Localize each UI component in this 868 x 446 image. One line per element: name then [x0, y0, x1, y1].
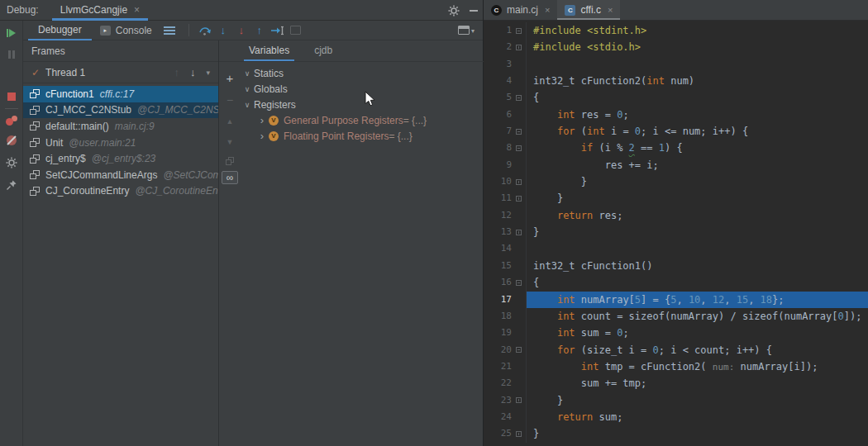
line-number[interactable]: 19	[484, 325, 512, 341]
settings-button[interactable]	[6, 157, 17, 168]
remove-watch-button[interactable]: −	[227, 93, 233, 107]
code-line-text[interactable]: }	[527, 224, 868, 240]
fold-marker-icon[interactable]	[516, 145, 522, 151]
code-line-text[interactable]: for (int i = 0; i <= num; i++) {	[527, 123, 868, 140]
code-line-text[interactable]: int sum = 0;	[527, 325, 868, 341]
fold-marker-icon[interactable]	[516, 28, 522, 34]
code-line-text[interactable]	[527, 56, 868, 73]
line-number[interactable]: 24	[484, 409, 512, 425]
line-number[interactable]: 23	[484, 392, 512, 409]
code-line-text[interactable]: #include <stdint.h>	[527, 22, 868, 39]
force-step-into-button[interactable]: ↓	[232, 23, 250, 38]
close-icon[interactable]: ×	[608, 5, 613, 15]
view-breakpoints-button[interactable]	[6, 116, 17, 126]
chevron-right-icon[interactable]: ›	[255, 132, 269, 140]
tab-console[interactable]: ▸ Console	[92, 21, 160, 40]
code-line-text[interactable]: int32_t cFunction1()	[527, 258, 868, 274]
line-number[interactable]: 4	[484, 73, 512, 89]
fold-marker-icon[interactable]	[516, 129, 522, 135]
fold-marker-icon[interactable]	[516, 230, 522, 235]
close-icon[interactable]: ×	[545, 5, 550, 15]
line-number[interactable]: 13	[484, 224, 512, 240]
code-line-text[interactable]: int tmp = cFunction2( num: numArray[i]);	[527, 358, 868, 375]
code-line-text[interactable]: #include <stdio.h>	[527, 39, 868, 55]
code-line-text[interactable]: int32_t cFunction2(int num)	[527, 73, 868, 89]
fold-marker-icon[interactable]	[516, 397, 522, 403]
variables-tree-row[interactable]: ∨Globals	[241, 81, 484, 97]
fold-marker-icon[interactable]	[516, 179, 522, 185]
fold-marker-icon[interactable]	[516, 280, 522, 286]
code-line-text[interactable]: {	[527, 89, 868, 106]
code-line-text[interactable]	[527, 240, 868, 257]
variables-tree-row[interactable]: ∨Registers	[241, 97, 484, 112]
chevron-right-icon[interactable]: ›	[255, 116, 269, 125]
line-number[interactable]: 25	[484, 425, 512, 442]
stack-frame-row[interactable]: Unit@user.main:21	[23, 135, 218, 151]
code-line-text[interactable]: return sum;	[527, 409, 868, 425]
variables-tree-row[interactable]: ›VGeneral Purpose Registers = {...}	[241, 112, 484, 128]
variables-tree-row[interactable]: ∨Statics	[241, 65, 484, 81]
line-number[interactable]: 1	[484, 22, 512, 39]
fold-marker-icon[interactable]	[516, 196, 522, 202]
stack-frame-row[interactable]: default::main()main.cj:9	[23, 118, 218, 135]
pause-button[interactable]	[8, 48, 15, 61]
line-number[interactable]: 3	[484, 56, 512, 73]
editor-tab-main.cj[interactable]: Cmain.cj×	[484, 0, 557, 20]
chevron-down-icon[interactable]: ∨	[241, 85, 254, 93]
code-line-text[interactable]: }	[527, 173, 868, 190]
thread-selector[interactable]: ✓ Thread 1 ↑ ↓ ▾	[23, 62, 218, 83]
fold-marker-icon[interactable]	[516, 45, 522, 50]
code-line-text[interactable]: sum += tmp;	[527, 375, 868, 391]
watches-toggle-button[interactable]: ∞	[222, 171, 238, 184]
line-number[interactable]: 6	[484, 107, 512, 123]
code-line-text[interactable]: int count = sizeof(numArray) / sizeof(nu…	[527, 308, 868, 325]
code-line-text[interactable]: if (i % 2 == 1) {	[527, 140, 868, 156]
debug-session-tab[interactable]: LlvmGcCangjie ×	[52, 0, 148, 21]
line-number[interactable]: 21	[484, 358, 512, 375]
gear-icon[interactable]	[448, 5, 460, 17]
stack-frame-row[interactable]: cFunction1cffi.c:17	[23, 86, 218, 102]
code-line-text[interactable]: int res = 0;	[527, 107, 868, 123]
add-watch-button[interactable]: +	[227, 70, 234, 85]
line-number[interactable]: 18	[484, 308, 512, 325]
line-number[interactable]: 12	[484, 207, 512, 224]
line-number[interactable]: 11	[484, 190, 512, 206]
frame-up-icon[interactable]: ↑	[174, 66, 179, 78]
code-line-text[interactable]: }	[527, 392, 868, 409]
tab-variables[interactable]: Variables	[244, 45, 294, 61]
resume-button[interactable]	[7, 26, 16, 40]
stop-button[interactable]	[7, 93, 16, 101]
editor-tab-cffi.c[interactable]: Ccffi.c×	[557, 0, 620, 20]
line-number[interactable]: 20	[484, 342, 512, 358]
line-number[interactable]: 16	[484, 274, 512, 291]
variables-tree-row[interactable]: ›VFloating Point Registers = {...}	[241, 128, 484, 144]
code-line-text[interactable]: for (size_t i = 0; i < count; i++) {	[527, 342, 868, 358]
chevron-down-icon[interactable]: ∨	[241, 101, 254, 109]
step-into-button[interactable]: ↓	[214, 23, 232, 38]
fold-marker-icon[interactable]	[516, 347, 522, 353]
line-number[interactable]: 9	[484, 157, 512, 173]
line-number[interactable]: 22	[484, 375, 512, 391]
tab-debugger[interactable]: Debugger	[28, 21, 92, 40]
minimize-icon[interactable]	[470, 10, 478, 12]
code-line-text[interactable]: res += i;	[527, 157, 868, 173]
threads-view-icon[interactable]	[164, 25, 175, 36]
mute-breakpoints-button[interactable]	[7, 135, 17, 145]
line-number[interactable]: 2	[484, 39, 512, 55]
code-line-text[interactable]: }	[527, 425, 868, 442]
thread-dropdown-icon[interactable]: ▾	[206, 69, 210, 77]
frame-down-icon[interactable]: ↓	[190, 66, 196, 78]
tab-cjdb[interactable]: cjdb	[309, 45, 337, 61]
code-line-text[interactable]: {	[527, 274, 868, 291]
stack-frame-row[interactable]: SetCJCommandLineArgs@SetCJCommandLineArg…	[23, 167, 218, 183]
pin-button[interactable]	[6, 179, 17, 194]
fold-marker-icon[interactable]	[516, 95, 522, 101]
run-to-cursor-button[interactable]	[269, 23, 287, 38]
chevron-down-icon[interactable]: ∨	[241, 69, 254, 78]
stack-frame-row[interactable]: cj_entry$@cj_entry$:23	[23, 150, 218, 167]
stack-frame-row[interactable]: CJ_CoroutineEntry@CJ_CoroutineEntry:	[23, 183, 218, 200]
line-number[interactable]: 5	[484, 89, 512, 106]
line-number[interactable]: 15	[484, 258, 512, 274]
move-watch-up-button[interactable]: ▲	[227, 114, 234, 129]
code-line-text[interactable]: int numArray[5] = {5, 10, 12, 15, 18};	[527, 292, 868, 308]
